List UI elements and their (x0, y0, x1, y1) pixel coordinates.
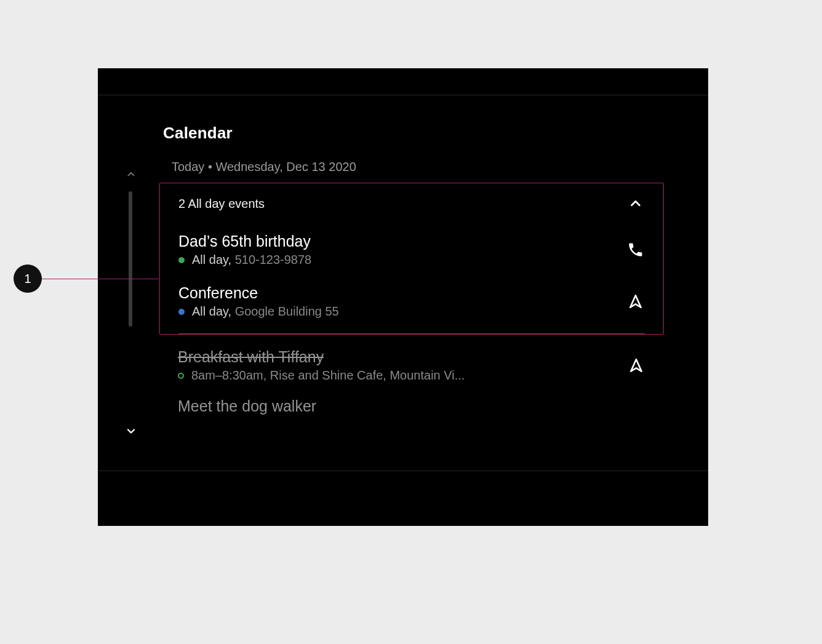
scroll-track[interactable] (129, 191, 132, 327)
app-title: Calendar (163, 124, 696, 143)
event-title: Conference (178, 284, 626, 302)
event-detail: Rise and Shine Cafe, Mountain Vi... (270, 368, 465, 383)
chevron-up-icon (629, 197, 642, 210)
event-time: 8am–8:30am, (191, 368, 266, 383)
status-bar (98, 68, 708, 95)
app-content: Calendar Today • Wednesday, Dec 13 2020 … (98, 95, 708, 526)
scroll-rail (119, 95, 143, 526)
event-title: Meet the dog walker (178, 397, 645, 415)
event-row[interactable]: Dad’s 65th birthday All day, 510-123-987… (160, 224, 663, 276)
section-divider (178, 333, 645, 334)
annotation-label: 1 (24, 272, 31, 286)
calendar-color-dot (178, 257, 185, 263)
timed-events-section: Breakfast with Tiffany 8am–8:30am, Rise … (159, 335, 664, 418)
event-time: All day, (192, 253, 231, 267)
calendar-color-dot (178, 309, 185, 315)
collapse-button[interactable] (626, 194, 645, 213)
navigate-button[interactable] (626, 292, 645, 311)
event-meta: All day, 510-123-9878 (178, 253, 626, 267)
main-column: Calendar Today • Wednesday, Dec 13 2020 … (163, 95, 696, 526)
calendar-color-dot (178, 373, 184, 379)
all-day-section-highlight: 2 All day events Dad’s 65th birthday All… (159, 183, 664, 335)
event-detail: 510-123-9878 (235, 253, 312, 267)
annotation-badge: 1 (14, 264, 42, 293)
call-button[interactable] (626, 241, 645, 259)
phone-icon (627, 241, 644, 258)
event-row[interactable]: Breakfast with Tiffany 8am–8:30am, Rise … (159, 335, 664, 391)
event-time: All day, (192, 304, 231, 319)
event-text: Meet the dog walker (178, 397, 645, 418)
event-row[interactable]: Meet the dog walker (159, 391, 664, 418)
navigate-button[interactable] (627, 356, 645, 375)
event-meta: 8am–8:30am, Rise and Shine Cafe, Mountai… (178, 368, 627, 383)
event-text: Breakfast with Tiffany 8am–8:30am, Rise … (178, 348, 627, 383)
event-text: Conference All day, Google Building 55 (178, 284, 626, 319)
scroll-down-button[interactable] (125, 425, 137, 437)
scroll-up-button[interactable] (125, 168, 137, 180)
event-meta: All day, Google Building 55 (178, 304, 626, 319)
event-title: Dad’s 65th birthday (178, 233, 626, 250)
event-text: Dad’s 65th birthday All day, 510-123-987… (178, 233, 626, 267)
all-day-header-row[interactable]: 2 All day events (160, 183, 663, 224)
navigate-icon (628, 357, 644, 373)
navigate-icon (628, 293, 644, 309)
event-title: Breakfast with Tiffany (178, 348, 627, 366)
date-subtitle: Today • Wednesday, Dec 13 2020 (172, 160, 696, 174)
event-detail: Google Building 55 (235, 304, 339, 319)
event-row[interactable]: Conference All day, Google Building 55 (160, 276, 663, 327)
calendar-device-frame: Calendar Today • Wednesday, Dec 13 2020 … (98, 68, 708, 526)
all-day-header-title: 2 All day events (178, 197, 265, 211)
annotation-leader-line (42, 279, 159, 279)
chevron-down-icon (125, 425, 137, 437)
chevron-up-icon (126, 169, 137, 180)
